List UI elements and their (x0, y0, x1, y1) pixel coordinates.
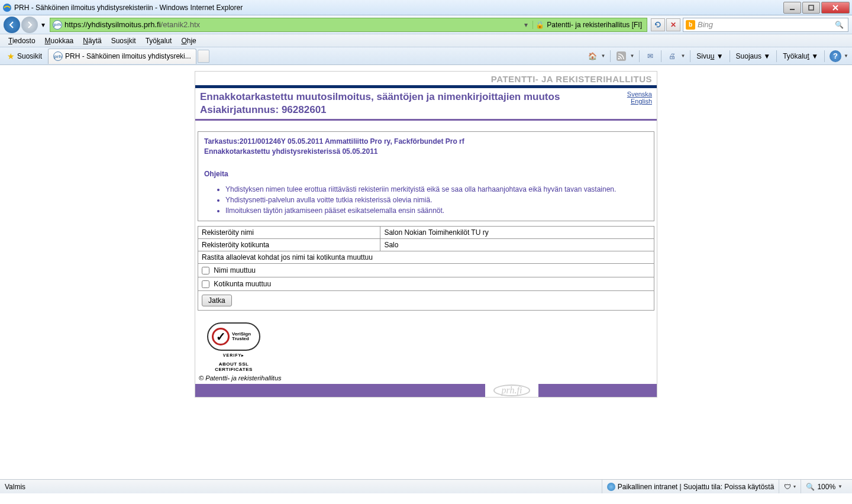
mail-icon[interactable]: ✉ (644, 50, 656, 62)
favorites-label: Suosikit (17, 52, 42, 60)
separator (730, 50, 730, 62)
menu-bar: Tiedosto Muokkaa Näytä Suosikit Työkalut… (0, 34, 852, 47)
separator (690, 50, 690, 62)
navigation-bar: ▾ prh https://yhdistysilmoitus.prh.fi/et… (0, 15, 852, 34)
back-button[interactable] (4, 17, 20, 33)
help-icon[interactable]: ? (830, 50, 841, 62)
separator (661, 50, 661, 62)
shield-icon: 🛡 (784, 483, 791, 491)
brand-header: PATENTTI- JA REKISTERIHALLITUS (195, 72, 657, 85)
lang-link-english[interactable]: English (627, 98, 652, 105)
protected-mode-toggle[interactable]: 🛡 ▾ (779, 480, 801, 493)
info-heading: Ohjeita (204, 170, 648, 178)
browser-tab[interactable]: prh PRH - Sähköinen ilmoitus yhdistysrek… (48, 49, 196, 64)
checkbox-label-name: Nimi muuttuu (214, 266, 256, 274)
content-area: PATENTTI- JA REKISTERIHALLITUS Ennakkota… (0, 65, 852, 479)
checkbox-name-changes[interactable] (202, 267, 209, 274)
toolbar: ★ Suosikit prh PRH - Sähköinen ilmoitus … (0, 47, 852, 65)
refresh-button[interactable] (651, 18, 665, 31)
search-placeholder: Bing (698, 20, 835, 29)
zone-text: Paikallinen intranet | Suojattu tila: Po… (618, 483, 774, 491)
page-menu[interactable]: Sivuu ▼ (695, 52, 724, 60)
instruction-row: Rastita allaolevat kohdat jos nimi tai k… (198, 251, 654, 263)
title-section: Ennakkotarkastettu muutosilmoitus, säänt… (195, 88, 657, 121)
label-registered-home: Rekisteröity kotikunta (198, 238, 380, 251)
zoom-control[interactable]: 🔍 100% ▼ (801, 480, 847, 493)
info-line1: Tarkastus:2011/001246Y 05.05.2011 Ammatt… (204, 137, 648, 147)
menu-tools[interactable]: Työkalut (141, 35, 177, 46)
star-icon: ★ (7, 51, 15, 61)
home-dropdown-icon[interactable]: ▼ (601, 53, 606, 59)
search-button-icon[interactable]: 🔍 (835, 21, 845, 29)
tools-menu[interactable]: Työkalut ▼ (782, 52, 819, 60)
favorites-button[interactable]: ★ Suosikit (4, 50, 46, 62)
nav-history-dropdown[interactable]: ▾ (39, 18, 47, 32)
info-bullet-2: Yhdistysnetti-palvelun avulla voitte tut… (225, 195, 648, 205)
security-zone[interactable]: Paikallinen intranet | Suojattu tila: Po… (602, 480, 779, 493)
checkbox-home-changes[interactable] (202, 280, 209, 288)
tab-favicon-icon: prh (53, 51, 63, 61)
close-button[interactable] (821, 2, 850, 14)
separator (639, 50, 640, 62)
home-icon[interactable]: 🏠 (587, 50, 599, 62)
separator (776, 50, 777, 62)
window-controls (783, 2, 850, 14)
ie-icon (2, 3, 12, 12)
table-row: Kotikunta muuttuu (198, 277, 654, 291)
stop-button[interactable]: ✕ (666, 18, 680, 31)
help-dropdown-icon[interactable]: ▼ (844, 53, 848, 59)
lang-link-svenska[interactable]: Svenska (627, 91, 652, 98)
window-title: PRH - Sähköinen ilmoitus yhdistysrekiste… (14, 4, 783, 12)
tab-title: PRH - Sähköinen ilmoitus yhdistysreki... (65, 52, 191, 60)
security-text: Patentti- ja rekisterihallitus [FI] (547, 21, 642, 29)
prh-logo: prh.fi (493, 385, 531, 396)
svg-rect-2 (809, 5, 814, 10)
info-line2: Ennakkotarkastettu yhdistysrekisterissä … (204, 147, 648, 157)
verisign-seal[interactable]: ✓ VeriSign Trusted VERIFY▸ ABOUT SSL CER… (201, 322, 266, 372)
svg-point-4 (618, 57, 620, 59)
page-content: PATENTTI- JA REKISTERIHALLITUS Ennakkota… (195, 71, 657, 479)
label-registered-name: Rekisteröity nimi (198, 226, 380, 238)
checkmark-icon: ✓ (212, 328, 230, 345)
verisign-verify: VERIFY▸ (201, 353, 266, 358)
url-dropdown-icon[interactable]: ▾ (524, 21, 532, 29)
security-indicator[interactable]: 🔒 Patentti- ja rekisterihallitus [FI] (532, 21, 644, 29)
window-titlebar: PRH - Sähköinen ilmoitus yhdistysrekiste… (0, 0, 852, 15)
value-registered-home: Salo (380, 238, 654, 251)
table-row: Rastita allaolevat kohdat jos nimi tai k… (198, 251, 654, 263)
menu-help[interactable]: Ohje (176, 35, 201, 46)
print-dropdown-icon[interactable]: ▼ (680, 53, 685, 59)
value-registered-name: Salon Nokian Toimihenkilöt TU ry (380, 226, 654, 238)
footer-bar: prh.fi (195, 384, 657, 397)
forward-button[interactable] (21, 17, 38, 33)
button-row: Jatka (198, 291, 654, 311)
new-tab-button[interactable] (198, 50, 209, 63)
separator (610, 50, 611, 62)
minimize-button[interactable] (783, 2, 801, 14)
checkbox-label-home: Kotikunta muuttuu (214, 280, 271, 288)
menu-file[interactable]: Tiedosto (4, 35, 40, 46)
verisign-about: ABOUT SSL CERTIFICATES (201, 361, 266, 372)
globe-icon (607, 483, 615, 491)
feeds-dropdown-icon[interactable]: ▼ (630, 53, 634, 59)
footer-section: ✓ VeriSign Trusted VERIFY▸ ABOUT SSL CER… (195, 311, 657, 372)
form-table: Rekisteröity nimi Salon Nokian Toimihenk… (198, 226, 654, 292)
url-text: https://yhdistysilmoitus.prh.fi/etanik2.… (64, 20, 524, 29)
site-favicon-icon: prh (53, 20, 62, 30)
svg-rect-3 (617, 51, 626, 61)
maximize-button[interactable] (802, 2, 820, 14)
menu-favorites[interactable]: Suosikit (106, 35, 141, 46)
zoom-icon: 🔍 (806, 483, 815, 491)
menu-edit[interactable]: Muokkaa (40, 35, 79, 46)
menu-view[interactable]: Näytä (78, 35, 106, 46)
language-links: Svenska English (627, 91, 652, 117)
address-bar[interactable]: prh https://yhdistysilmoitus.prh.fi/etan… (50, 18, 647, 32)
feeds-icon[interactable] (615, 50, 627, 62)
safety-menu[interactable]: Suojaus ▼ (735, 52, 772, 60)
zoom-value: 100% (817, 483, 835, 491)
print-icon[interactable]: 🖨 (666, 50, 678, 62)
svg-rect-1 (790, 9, 795, 10)
status-text: Valmis (5, 483, 602, 491)
continue-button[interactable]: Jatka (202, 295, 232, 306)
search-bar[interactable]: b Bing 🔍 (683, 18, 848, 32)
